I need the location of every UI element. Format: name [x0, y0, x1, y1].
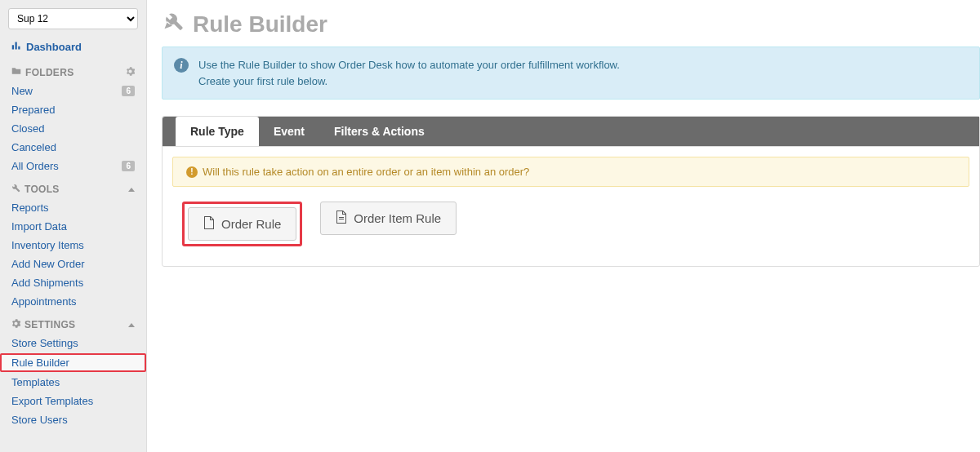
info-line1: Use the Rule Builder to show Order Desk … [198, 57, 620, 73]
page-title-text: Rule Builder [193, 11, 327, 38]
sidebar-item-label: Appointments [11, 295, 77, 308]
file-icon [336, 210, 347, 226]
dashboard-icon [11, 41, 21, 53]
file-icon [203, 216, 215, 232]
order-rule-highlight: Order Rule [182, 202, 302, 246]
sidebar-item-label: Add New Order [11, 258, 85, 270]
tools-header-label: TOOLS [24, 184, 60, 195]
sidebar-item-label: Templates [11, 376, 60, 388]
sidebar-item-label: Canceled [11, 141, 56, 153]
sidebar-item-reports[interactable]: Reports [0, 198, 146, 217]
sidebar-item-label: Rule Builder [11, 357, 69, 369]
folders-header-label: FOLDERS [25, 67, 74, 78]
sidebar-item-closed[interactable]: Closed [0, 119, 146, 138]
order-rule-button[interactable]: Order Rule [188, 207, 296, 241]
sidebar-item-inventory[interactable]: Inventory Items [0, 236, 146, 255]
rule-button-row: Order Rule Order Item Rule [163, 202, 979, 266]
warning-icon: ! [186, 166, 198, 178]
rule-panel: Rule Type Event Filters & Actions ! Will… [162, 116, 980, 267]
sidebar-item-store-settings[interactable]: Store Settings [0, 334, 146, 352]
dashboard-label: Dashboard [26, 41, 82, 53]
gear-icon [11, 319, 20, 330]
sidebar-item-export-templates[interactable]: Export Templates [0, 392, 146, 410]
count-badge: 6 [122, 86, 135, 96]
sidebar-item-add-order[interactable]: Add New Order [0, 255, 146, 273]
sidebar-item-label: Inventory Items [11, 239, 84, 251]
dashboard-link[interactable]: Dashboard [0, 36, 146, 58]
collapse-icon[interactable] [128, 323, 135, 327]
sidebar-item-label: Import Data [11, 220, 67, 233]
tab-rule-type[interactable]: Rule Type [176, 117, 259, 146]
tools-header: TOOLS [0, 175, 146, 198]
sidebar-item-store-users[interactable]: Store Users [0, 410, 146, 429]
sidebar-item-appointments[interactable]: Appointments [0, 292, 146, 311]
order-item-rule-button[interactable]: Order Item Rule [320, 202, 457, 235]
warning-text: Will this rule take action on an entire … [203, 166, 529, 178]
info-icon: i [174, 58, 189, 73]
sidebar: Sup 12 Dashboard FOLDERS New 6 Prepared … [0, 0, 147, 452]
sidebar-item-label: Prepared [11, 104, 55, 116]
sidebar-item-all-orders[interactable]: All Orders 6 [0, 157, 146, 175]
warning-bar: ! Will this rule take action on an entir… [172, 157, 969, 187]
store-selector: Sup 12 [8, 8, 138, 29]
sidebar-item-label: All Orders [11, 160, 59, 172]
sidebar-item-canceled[interactable]: Canceled [0, 138, 146, 157]
settings-header: SETTINGS [0, 311, 146, 334]
sidebar-item-rule-builder[interactable]: Rule Builder [0, 353, 146, 372]
sidebar-item-label: Add Shipments [11, 277, 83, 289]
order-item-rule-wrap: Order Item Rule [320, 202, 457, 246]
sidebar-item-new[interactable]: New 6 [0, 82, 146, 100]
folders-header: FOLDERS [0, 58, 146, 82]
folder-icon [11, 66, 21, 78]
wrench-icon [11, 184, 20, 195]
page-title: Rule Builder [162, 10, 980, 38]
main-content: Rule Builder i Use the Rule Builder to s… [147, 0, 980, 452]
sidebar-item-label: Store Users [11, 414, 68, 426]
collapse-icon[interactable] [128, 188, 135, 192]
sidebar-item-label: New [11, 85, 33, 97]
sidebar-item-add-shipments[interactable]: Add Shipments [0, 273, 146, 292]
sidebar-item-import-data[interactable]: Import Data [0, 217, 146, 236]
store-select[interactable]: Sup 12 [8, 8, 138, 29]
gear-icon[interactable] [126, 67, 135, 78]
tab-event[interactable]: Event [259, 117, 319, 146]
sidebar-item-label: Export Templates [11, 395, 93, 407]
sidebar-item-label: Store Settings [11, 337, 78, 349]
info-line2: Create your first rule below. [198, 73, 620, 90]
sidebar-item-label: Reports [11, 202, 49, 214]
tabs: Rule Type Event Filters & Actions [163, 117, 979, 147]
tab-filters-actions[interactable]: Filters & Actions [319, 117, 439, 146]
info-box: i Use the Rule Builder to show Order Des… [162, 47, 980, 100]
sidebar-item-label: Closed [11, 122, 44, 135]
tools-icon [162, 10, 185, 38]
settings-header-label: SETTINGS [24, 319, 75, 330]
sidebar-item-templates[interactable]: Templates [0, 373, 146, 392]
order-rule-label: Order Rule [221, 217, 281, 231]
count-badge: 6 [122, 161, 135, 171]
order-item-rule-label: Order Item Rule [354, 211, 441, 225]
sidebar-item-prepared[interactable]: Prepared [0, 100, 146, 119]
